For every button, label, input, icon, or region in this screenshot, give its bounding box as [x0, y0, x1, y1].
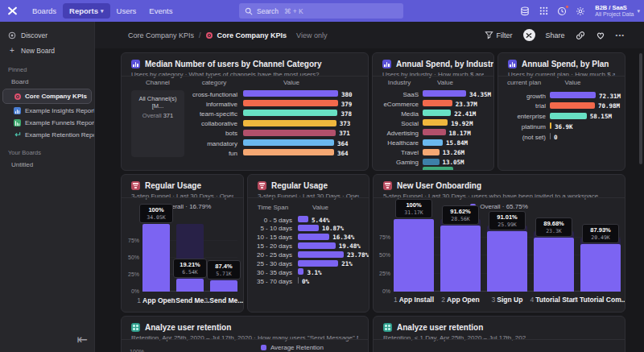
sidebar-item-new-board[interactable]: + New Board: [0, 43, 94, 58]
insights-icon: [508, 60, 517, 68]
share-button[interactable]: Share: [546, 31, 565, 39]
bar-value: 23.37M: [456, 101, 477, 108]
funnel-value-tooltip: 100%34.05K: [139, 204, 173, 223]
bar[interactable]: [550, 122, 551, 129]
sidebar-group-board[interactable]: Board: [0, 75, 94, 88]
funnel-bar[interactable]: [534, 238, 574, 292]
channel-source-box[interactable]: All Channel(s) [M...Overall 371: [131, 90, 184, 157]
project-selector[interactable]: B2B / SaaS All Project Data ▾: [595, 4, 640, 18]
funnel-step-count: 23.3K: [540, 228, 568, 234]
nav-item-boards[interactable]: Boards: [26, 3, 63, 19]
column-header: Industry: [379, 79, 419, 86]
funnel-value-tooltip: 19.21%6.54K: [173, 259, 207, 278]
apps-grid-icon[interactable]: [538, 6, 549, 17]
settings-gear-icon[interactable]: [575, 6, 586, 17]
bar-value: 70.98M: [598, 102, 620, 110]
funnel-bar[interactable]: [210, 280, 237, 292]
bar[interactable]: [298, 268, 303, 275]
sidebar-item-example-retention-reports[interactable]: Example Retention Reports: [0, 129, 94, 141]
funnel-step-percent: 91.01%: [493, 213, 521, 221]
bar[interactable]: [298, 251, 344, 258]
funnel-bar[interactable]: [142, 224, 170, 292]
mixpanel-logo-icon[interactable]: [7, 6, 18, 16]
funnel-step-number: 4: [530, 296, 535, 304]
sidebar-item-untitled[interactable]: Untitled: [0, 158, 94, 171]
bar-value: 58.15M: [590, 113, 612, 120]
funnel-step-percent: 100%: [144, 206, 168, 213]
favorite-heart-icon[interactable]: [596, 31, 605, 40]
bar-value: 19.48%: [339, 242, 361, 250]
bar[interactable]: [423, 110, 451, 116]
breadcrumb-current[interactable]: Core Company KPIs: [217, 31, 287, 39]
bar[interactable]: [243, 90, 338, 97]
bar[interactable]: [423, 129, 446, 135]
bar-value: 373: [340, 120, 351, 127]
vertical-scrollbar[interactable]: [639, 53, 642, 164]
sidebar-item-core-company-kpis[interactable]: Core Company KPIs: [2, 89, 92, 104]
bar[interactable]: [423, 149, 440, 155]
bar[interactable]: [243, 139, 334, 146]
bar[interactable]: [423, 119, 448, 126]
bar[interactable]: [298, 260, 338, 267]
bar-value: 18.17M: [449, 130, 471, 137]
nav-item-events[interactable]: Events: [142, 3, 179, 19]
funnel-icon: [14, 119, 21, 126]
y-axis-tick: 75%: [123, 238, 139, 243]
nav-item-users[interactable]: Users: [110, 3, 143, 19]
copy-link-icon[interactable]: [576, 31, 585, 40]
more-options-button[interactable]: •••: [616, 31, 625, 39]
bar[interactable]: [243, 130, 336, 136]
funnel-bar[interactable]: [176, 279, 204, 292]
funnel-bar[interactable]: [580, 244, 621, 292]
bar[interactable]: [298, 242, 336, 249]
funnel-value-tooltip: 91.62%28.56K: [442, 205, 479, 225]
sidebar-item-example-funnels-reports[interactable]: Example Funnels Reports: [0, 117, 94, 129]
bar[interactable]: [298, 234, 329, 240]
bar[interactable]: [550, 102, 595, 109]
bar[interactable]: [423, 139, 443, 146]
bar[interactable]: [423, 159, 440, 165]
filter-button[interactable]: Filter: [485, 31, 513, 39]
funnel-step-count: 20.49K: [587, 234, 614, 241]
column-header: Time Span: [253, 204, 293, 211]
funnel-step-label[interactable]: 2App Open: [441, 296, 479, 304]
collapse-sidebar-icon[interactable]: ⇤: [77, 332, 88, 347]
funnel-step-label[interactable]: 1App Install: [394, 296, 434, 304]
funnel-bar[interactable]: [440, 226, 481, 292]
funnel-bar[interactable]: [487, 231, 527, 292]
funnel-bar[interactable]: [394, 219, 434, 292]
bar[interactable]: [243, 120, 336, 126]
funnel-step-percent: 19.21%: [178, 261, 202, 268]
sidebar-item-discover[interactable]: Discover: [0, 28, 94, 43]
funnel-step-label[interactable]: 3Send Me...: [204, 296, 244, 304]
funnel-step-number: 1: [137, 296, 141, 304]
sidebar-item-example-insights-reports[interactable]: Example Insights Reports: [0, 105, 94, 117]
help-clock-icon[interactable]: [556, 6, 568, 17]
bar[interactable]: [550, 113, 587, 119]
bar[interactable]: [298, 225, 319, 231]
search-input[interactable]: Search ⌘ + K: [239, 3, 403, 19]
avatar[interactable]: [523, 29, 535, 41]
retention-icon: [14, 131, 21, 139]
funnel-step-label[interactable]: 3Sign Up: [492, 296, 523, 304]
bar[interactable]: [243, 149, 334, 155]
bar[interactable]: [243, 100, 338, 106]
data-management-icon[interactable]: [519, 6, 530, 17]
bar[interactable]: [550, 133, 551, 139]
bar[interactable]: [423, 90, 466, 97]
bar[interactable]: [423, 100, 452, 106]
bar[interactable]: [243, 110, 337, 116]
card-median-users-by-channel: Median Number of users by Channel Catego…: [121, 52, 369, 171]
funnel-step-label[interactable]: 1App Open: [137, 296, 175, 304]
breadcrumb-root[interactable]: Core Company KPIs: [128, 31, 194, 39]
nav-item-reports[interactable]: Reports▾: [63, 3, 109, 19]
bar[interactable]: [298, 216, 308, 222]
bar-value: 21%: [341, 260, 353, 267]
bar[interactable]: [550, 92, 596, 98]
funnel-step-label[interactable]: 4Tutorial Start: [530, 296, 578, 304]
bar-value: 5.44%: [312, 217, 330, 224]
y-axis-tick: 0%: [375, 288, 390, 294]
bar-category-label: platinum: [502, 123, 546, 130]
funnel-step-label[interactable]: 5Tutorial Com...: [574, 296, 625, 304]
bar[interactable]: [298, 277, 299, 284]
